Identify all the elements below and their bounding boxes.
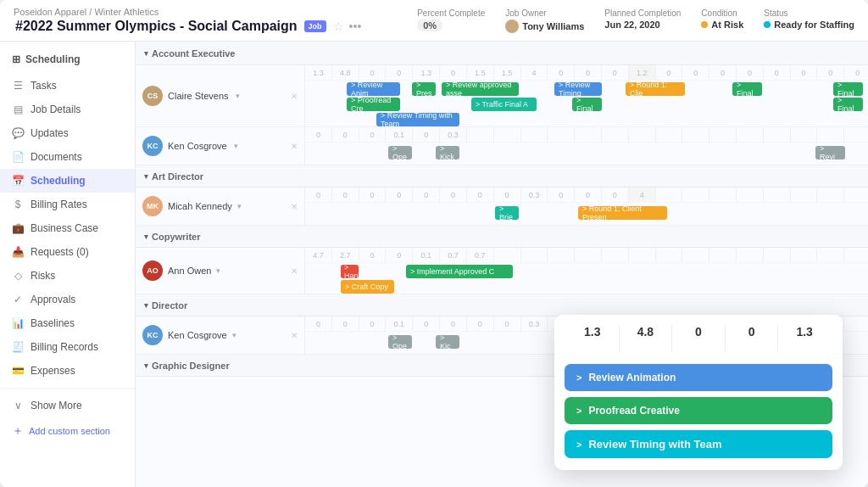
role-header-copywriter[interactable]: ▾ Copywriter (136, 226, 868, 248)
tt-bar-icon-3: > (576, 439, 581, 450)
percent-value: 0% (417, 20, 442, 31)
tasks-icon: ☰ (12, 80, 24, 92)
person-name-micah: Micah Kennedy (168, 201, 232, 211)
sidebar-item-billing-records[interactable]: 🧾 Billing Records (0, 335, 135, 359)
billing-records-icon: 🧾 (12, 341, 24, 353)
updates-icon: 💬 (12, 127, 24, 139)
job-badge: Job (304, 20, 326, 32)
app-container: Poseidon Apparel / Winter Athletics #202… (0, 0, 868, 487)
bar-revi-ken1[interactable]: > Revi (815, 146, 845, 160)
tt-num-1: 1.3 (568, 325, 617, 339)
person-cell-ann: AO Ann Owen ▾ ✕ (136, 248, 305, 294)
person-row-ken1: KC Ken Cosgrove ▾ ✕ 0 0 0 0.1 0 (136, 127, 868, 165)
bar-pres[interactable]: > Pres (412, 82, 436, 96)
bar-han[interactable]: > Han (341, 265, 359, 278)
bar-round1[interactable]: > Round 1: Clie (626, 82, 685, 96)
gantt-bars-ken1: 0 0 0 0.1 0 0.3 (305, 127, 868, 165)
bar-ope-ken2[interactable]: > Ope (388, 335, 412, 349)
role-header-art-director[interactable]: ▾ Art Director (136, 165, 868, 188)
person-cell-micah: MK Micah Kennedy ▾ ✕ (136, 188, 305, 225)
tt-bar-proofread-creative[interactable]: > Proofread Creative (565, 397, 832, 424)
bar-review-anim[interactable]: > Review Anim (347, 82, 400, 96)
person-row-ann: AO Ann Owen ▾ ✕ 4.7 2.7 0 0 0.1 (136, 248, 868, 294)
bar-traffic[interactable]: > Traffic Final A (471, 98, 537, 111)
requests-icon: 📥 (12, 246, 24, 258)
scheduling-grid-icon: ⊞ (12, 53, 20, 65)
tt-num-4: 0 (727, 325, 776, 339)
role-header-account-executive[interactable]: ▾ Account Executive (136, 44, 305, 63)
condition-meta: Condition At Risk (701, 8, 743, 30)
person-close-ann[interactable]: ✕ (291, 266, 298, 276)
sidebar-item-business-case[interactable]: 💼 Business Case (0, 216, 135, 240)
breadcrumb: Poseidon Apparel / Winter Athletics (14, 7, 410, 17)
bar-craft-copy[interactable]: > Craft Copy (341, 280, 394, 294)
sidebar-item-requests[interactable]: 📥 Requests (0) (0, 240, 135, 264)
approvals-icon: ✓ (12, 294, 24, 305)
avatar-claire: CS (142, 86, 163, 106)
show-more-icon: ∨ (12, 400, 24, 411)
bar-round1-client[interactable]: > Round 1: Client Presen (578, 206, 667, 220)
sidebar-item-show-more[interactable]: ∨ Show More (0, 394, 135, 417)
person-chevron-claire: ▾ (236, 92, 240, 100)
condition-dot (701, 21, 708, 28)
person-name-ken2: Ken Cosgrove (168, 330, 227, 340)
sidebar-item-expenses[interactable]: 💳 Expenses (0, 359, 135, 383)
bar-brief[interactable]: > Brie (495, 206, 519, 220)
bar-review-approved[interactable]: > Review approved asse (442, 82, 519, 96)
job-owner-meta: Job Owner Tony Williams (505, 8, 584, 33)
sidebar-item-baselines[interactable]: 📊 Baselines (0, 311, 135, 335)
expenses-icon: 💳 (12, 365, 24, 377)
planned-value: Jun 22, 2020 (604, 20, 681, 30)
sidebar-item-tasks[interactable]: ☰ Tasks (0, 74, 135, 98)
sidebar-item-scheduling[interactable]: 📅 Scheduling (0, 169, 135, 193)
bar-kic-ken2[interactable]: > Kic (436, 335, 459, 349)
avatar-micah: MK (142, 196, 163, 216)
add-custom-section-button[interactable]: ＋ Add custom section (0, 417, 135, 445)
documents-icon: 📄 (12, 151, 24, 163)
person-close-ken2[interactable]: ✕ (291, 331, 298, 340)
page-title: #2022 Summer Olympics - Social Campaign (15, 19, 298, 34)
tt-bar-icon-2: > (576, 406, 581, 416)
bar-final-2[interactable]: > Final (833, 82, 863, 96)
more-options-icon[interactable]: ••• (349, 20, 362, 33)
person-close-ken1[interactable]: ✕ (291, 142, 298, 151)
bar-proofread[interactable]: > Proofread Cre (347, 98, 400, 111)
bar-review-timing-team[interactable]: > Review Timing with Team (376, 113, 459, 126)
sidebar-item-updates[interactable]: 💬 Updates (0, 121, 135, 145)
person-cell-ken1: KC Ken Cosgrove ▾ ✕ (136, 127, 305, 165)
bar-ope-ken1[interactable]: > Ope (388, 146, 412, 160)
billing-rates-icon: $ (12, 199, 24, 210)
status-value: Ready for Staffing (774, 20, 854, 30)
job-details-icon: ▤ (12, 104, 24, 115)
percent-complete-meta: Percent Complete 0% (417, 8, 485, 31)
bar-implement[interactable]: > Implement Approved C (406, 265, 513, 278)
bar-final-4[interactable]: > Final (833, 98, 863, 111)
bar-final-3[interactable]: > Final (572, 98, 602, 111)
avatar-ken2: KC (142, 325, 163, 345)
bar-kick-ken1[interactable]: > Kick (436, 146, 459, 160)
tt-bar-review-timing-with-team[interactable]: > Review Timing with Team (565, 430, 832, 458)
tooltip-card: 1.3 4.8 0 0 1.3 > Review Animation (554, 315, 843, 470)
business-case-icon: 💼 (12, 222, 24, 234)
tt-num-2: 4.8 (621, 325, 670, 339)
condition-value: At Risk (711, 20, 743, 30)
person-row-micah: MK Micah Kennedy ▾ ✕ 0 0 0 0 0 (136, 188, 868, 226)
person-close-micah[interactable]: ✕ (291, 202, 298, 211)
tt-bar-icon-1: > (576, 372, 581, 383)
sidebar-item-risks[interactable]: ◇ Risks (0, 264, 135, 288)
status-meta: Status Ready for Staffing (764, 8, 854, 30)
person-row-claire: CS Claire Stevens ▾ ✕ 1.3 4.8 0 0 (136, 65, 868, 127)
top-bar: Poseidon Apparel / Winter Athletics #202… (0, 0, 868, 42)
bar-final-1[interactable]: > Final (732, 82, 762, 96)
sidebar-item-approvals[interactable]: ✓ Approvals (0, 288, 135, 311)
bar-review-timing[interactable]: > Review Timing (554, 82, 602, 96)
sidebar-item-job-details[interactable]: ▤ Job Details (0, 98, 135, 121)
sidebar-item-billing-rates[interactable]: $ Billing Rates (0, 193, 135, 216)
sidebar-item-documents[interactable]: 📄 Documents (0, 145, 135, 169)
star-icon[interactable]: ☆ (333, 20, 344, 33)
owner-name: Tony Williams (522, 21, 584, 31)
role-header-director[interactable]: ▾ Director (136, 294, 868, 316)
person-close-claire[interactable]: ✕ (291, 92, 298, 101)
baselines-icon: 📊 (12, 317, 24, 329)
tt-bar-review-animation[interactable]: > Review Animation (565, 364, 832, 391)
